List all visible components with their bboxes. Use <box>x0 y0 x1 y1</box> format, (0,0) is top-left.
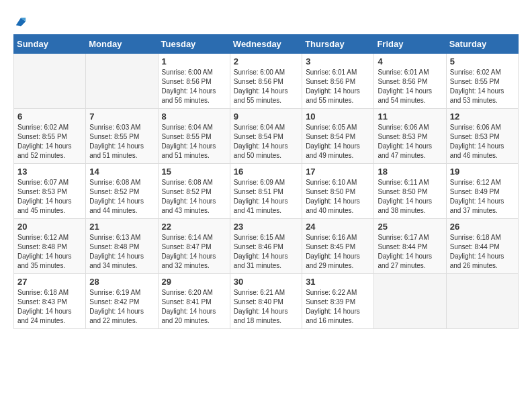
logo-text <box>13 13 27 28</box>
logo <box>13 13 27 28</box>
calendar-cell <box>14 54 86 109</box>
day-info: Sunrise: 6:18 AMSunset: 8:43 PMDaylight:… <box>17 288 82 326</box>
day-info: Sunrise: 6:19 AMSunset: 8:42 PMDaylight:… <box>89 288 154 326</box>
calendar-cell: 13Sunrise: 6:07 AMSunset: 8:53 PMDayligh… <box>14 164 86 219</box>
week-row-3: 13Sunrise: 6:07 AMSunset: 8:53 PMDayligh… <box>14 164 519 219</box>
calendar-cell: 5Sunrise: 6:02 AMSunset: 8:55 PMDaylight… <box>446 54 518 109</box>
calendar-cell: 9Sunrise: 6:04 AMSunset: 8:54 PMDaylight… <box>230 109 302 164</box>
week-row-2: 6Sunrise: 6:02 AMSunset: 8:55 PMDaylight… <box>14 109 519 164</box>
day-number: 7 <box>89 111 154 122</box>
day-info: Sunrise: 6:12 AMSunset: 8:49 PMDaylight:… <box>450 178 515 216</box>
day-number: 17 <box>306 167 370 177</box>
day-info: Sunrise: 6:12 AMSunset: 8:48 PMDaylight:… <box>17 233 82 271</box>
day-info: Sunrise: 6:21 AMSunset: 8:40 PMDaylight:… <box>234 288 298 326</box>
weekday-header-friday: Friday <box>374 35 446 54</box>
day-number: 23 <box>234 222 298 232</box>
day-number: 25 <box>378 222 442 232</box>
day-info: Sunrise: 6:15 AMSunset: 8:46 PMDaylight:… <box>234 233 298 271</box>
week-row-5: 27Sunrise: 6:18 AMSunset: 8:43 PMDayligh… <box>14 274 519 329</box>
weekday-header-tuesday: Tuesday <box>158 35 230 54</box>
calendar-cell: 28Sunrise: 6:19 AMSunset: 8:42 PMDayligh… <box>86 274 158 329</box>
calendar-cell: 14Sunrise: 6:08 AMSunset: 8:52 PMDayligh… <box>86 164 158 219</box>
weekday-header-monday: Monday <box>86 35 158 54</box>
day-info: Sunrise: 6:16 AMSunset: 8:45 PMDaylight:… <box>306 233 370 271</box>
page-header <box>13 13 519 28</box>
calendar-cell: 8Sunrise: 6:04 AMSunset: 8:55 PMDaylight… <box>158 109 230 164</box>
week-row-4: 20Sunrise: 6:12 AMSunset: 8:48 PMDayligh… <box>14 219 519 274</box>
day-number: 5 <box>450 56 515 66</box>
day-number: 18 <box>378 167 442 177</box>
day-number: 12 <box>450 111 515 122</box>
day-number: 24 <box>306 222 370 232</box>
day-number: 31 <box>306 277 370 287</box>
calendar-cell: 24Sunrise: 6:16 AMSunset: 8:45 PMDayligh… <box>302 219 374 274</box>
calendar-cell: 16Sunrise: 6:09 AMSunset: 8:51 PMDayligh… <box>230 164 302 219</box>
day-info: Sunrise: 6:18 AMSunset: 8:44 PMDaylight:… <box>450 233 515 271</box>
day-info: Sunrise: 6:01 AMSunset: 8:56 PMDaylight:… <box>306 68 370 105</box>
calendar-cell: 3Sunrise: 6:01 AMSunset: 8:56 PMDaylight… <box>302 54 374 109</box>
day-info: Sunrise: 6:03 AMSunset: 8:55 PMDaylight:… <box>89 123 154 161</box>
day-number: 26 <box>450 222 515 232</box>
day-number: 15 <box>162 167 226 177</box>
day-number: 2 <box>234 56 298 66</box>
calendar-cell: 21Sunrise: 6:13 AMSunset: 8:48 PMDayligh… <box>86 219 158 274</box>
day-number: 11 <box>378 111 442 122</box>
day-number: 9 <box>234 111 298 122</box>
day-info: Sunrise: 6:01 AMSunset: 8:56 PMDaylight:… <box>378 68 442 105</box>
day-number: 8 <box>162 111 226 122</box>
day-number: 4 <box>378 56 442 66</box>
day-info: Sunrise: 6:07 AMSunset: 8:53 PMDaylight:… <box>17 178 82 216</box>
day-number: 14 <box>89 167 154 177</box>
day-number: 16 <box>234 167 298 177</box>
calendar-cell <box>374 274 446 329</box>
day-number: 22 <box>162 222 226 232</box>
calendar-cell: 31Sunrise: 6:22 AMSunset: 8:39 PMDayligh… <box>302 274 374 329</box>
day-number: 13 <box>17 167 82 177</box>
calendar: SundayMondayTuesdayWednesdayThursdayFrid… <box>13 34 519 329</box>
day-info: Sunrise: 6:10 AMSunset: 8:50 PMDaylight:… <box>306 178 370 216</box>
day-info: Sunrise: 6:00 AMSunset: 8:56 PMDaylight:… <box>162 68 226 105</box>
day-number: 27 <box>17 277 82 287</box>
calendar-cell: 12Sunrise: 6:06 AMSunset: 8:53 PMDayligh… <box>446 109 518 164</box>
day-info: Sunrise: 6:04 AMSunset: 8:55 PMDaylight:… <box>162 123 226 161</box>
calendar-cell: 10Sunrise: 6:05 AMSunset: 8:54 PMDayligh… <box>302 109 374 164</box>
day-info: Sunrise: 6:09 AMSunset: 8:51 PMDaylight:… <box>234 178 298 216</box>
day-number: 28 <box>89 277 154 287</box>
day-number: 3 <box>306 56 370 66</box>
calendar-cell: 2Sunrise: 6:00 AMSunset: 8:56 PMDaylight… <box>230 54 302 109</box>
calendar-cell: 4Sunrise: 6:01 AMSunset: 8:56 PMDaylight… <box>374 54 446 109</box>
day-number: 29 <box>162 277 226 287</box>
day-info: Sunrise: 6:11 AMSunset: 8:50 PMDaylight:… <box>378 178 442 216</box>
day-number: 19 <box>450 167 515 177</box>
calendar-cell <box>446 274 518 329</box>
calendar-body: 1Sunrise: 6:00 AMSunset: 8:56 PMDaylight… <box>14 54 519 329</box>
day-number: 20 <box>17 222 82 232</box>
calendar-cell: 25Sunrise: 6:17 AMSunset: 8:44 PMDayligh… <box>374 219 446 274</box>
day-info: Sunrise: 6:20 AMSunset: 8:41 PMDaylight:… <box>162 288 226 326</box>
day-info: Sunrise: 6:00 AMSunset: 8:56 PMDaylight:… <box>234 68 298 105</box>
calendar-cell: 7Sunrise: 6:03 AMSunset: 8:55 PMDaylight… <box>86 109 158 164</box>
calendar-cell: 30Sunrise: 6:21 AMSunset: 8:40 PMDayligh… <box>230 274 302 329</box>
day-info: Sunrise: 6:02 AMSunset: 8:55 PMDaylight:… <box>450 68 515 105</box>
calendar-cell: 17Sunrise: 6:10 AMSunset: 8:50 PMDayligh… <box>302 164 374 219</box>
week-row-1: 1Sunrise: 6:00 AMSunset: 8:56 PMDaylight… <box>14 54 519 109</box>
calendar-cell: 1Sunrise: 6:00 AMSunset: 8:56 PMDaylight… <box>158 54 230 109</box>
logo-icon <box>15 15 27 28</box>
calendar-cell: 26Sunrise: 6:18 AMSunset: 8:44 PMDayligh… <box>446 219 518 274</box>
day-info: Sunrise: 6:13 AMSunset: 8:48 PMDaylight:… <box>89 233 154 271</box>
calendar-cell: 6Sunrise: 6:02 AMSunset: 8:55 PMDaylight… <box>14 109 86 164</box>
calendar-cell: 29Sunrise: 6:20 AMSunset: 8:41 PMDayligh… <box>158 274 230 329</box>
day-info: Sunrise: 6:22 AMSunset: 8:39 PMDaylight:… <box>306 288 370 326</box>
weekday-header-wednesday: Wednesday <box>230 35 302 54</box>
day-number: 6 <box>17 111 82 122</box>
day-info: Sunrise: 6:14 AMSunset: 8:47 PMDaylight:… <box>162 233 226 271</box>
day-info: Sunrise: 6:02 AMSunset: 8:55 PMDaylight:… <box>17 123 82 161</box>
day-number: 1 <box>162 56 226 66</box>
day-info: Sunrise: 6:17 AMSunset: 8:44 PMDaylight:… <box>378 233 442 271</box>
calendar-cell: 27Sunrise: 6:18 AMSunset: 8:43 PMDayligh… <box>14 274 86 329</box>
weekday-header-thursday: Thursday <box>302 35 374 54</box>
day-info: Sunrise: 6:06 AMSunset: 8:53 PMDaylight:… <box>378 123 442 161</box>
day-number: 10 <box>306 111 370 122</box>
weekday-header-saturday: Saturday <box>446 35 518 54</box>
weekday-header-sunday: Sunday <box>14 35 86 54</box>
